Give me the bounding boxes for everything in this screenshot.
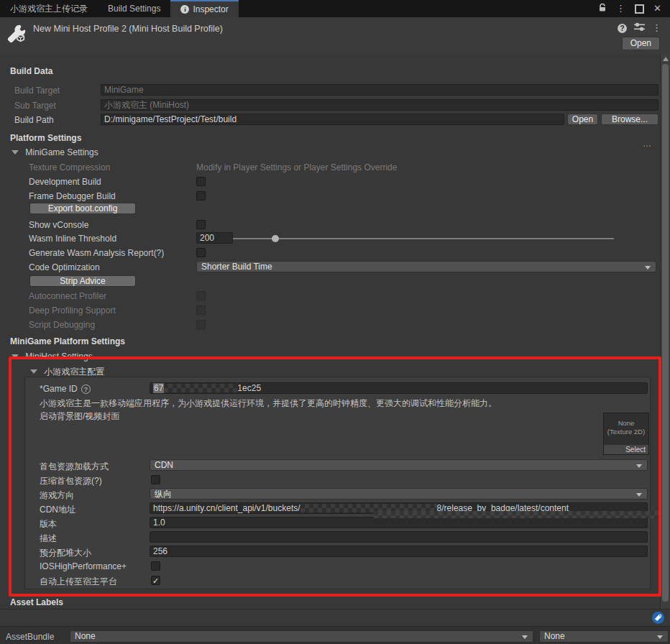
foldout-arrow-icon xyxy=(12,150,19,155)
help-icon[interactable]: ? xyxy=(618,24,627,33)
compress-first-pack-checkbox[interactable] xyxy=(151,475,160,484)
scroll-up-icon[interactable] xyxy=(663,57,669,61)
build-data-header: Build Data xyxy=(10,66,52,76)
asset-label-tag-icon[interactable] xyxy=(652,612,664,624)
minigame-settings-foldout[interactable]: MiniGame Settings xyxy=(0,145,658,160)
presets-icon[interactable] xyxy=(634,22,645,34)
show-vconsole-label: Show vConsole xyxy=(29,220,88,230)
development-build-checkbox[interactable] xyxy=(196,177,206,186)
deep-profiling-label: Deep Profiling Support xyxy=(29,305,116,316)
script-debugging-label: Script Debugging xyxy=(29,320,95,330)
open-path-button[interactable]: Open xyxy=(567,114,598,125)
code-optimization-dropdown[interactable]: Shorter Build Time xyxy=(196,261,656,272)
minihost-config-foldout[interactable]: 小游戏宿主配置 xyxy=(0,364,658,378)
chevron-down-icon xyxy=(636,464,642,468)
minihost-settings-foldout[interactable]: MiniHost Settings xyxy=(0,349,658,364)
open-profile-button[interactable]: Open xyxy=(622,37,660,50)
scrollbar-thumb[interactable] xyxy=(662,64,669,602)
slider-thumb[interactable] xyxy=(272,235,279,242)
dropdown-value: Shorter Build Time xyxy=(201,262,272,272)
wasm-inline-threshold-row: Wasm Inline Threshold 200 xyxy=(0,231,658,246)
launch-bg-texture-well[interactable]: None (Texture 2D) Select xyxy=(603,413,649,455)
asset-title: New Mini Host Profile 2 (Mini Host Build… xyxy=(33,24,223,34)
code-optimization-label: Code Optimization xyxy=(29,262,100,272)
auto-upload-row: 自动上传至宿主平台 ✓ xyxy=(25,574,650,588)
foldout-label: 小游戏宿主配置 xyxy=(44,367,104,377)
assetbundle-row: AssetBundle None None xyxy=(0,630,670,644)
show-vconsole-checkbox[interactable] xyxy=(196,220,206,229)
strip-advice-button[interactable]: Strip Advice xyxy=(29,275,136,287)
divider xyxy=(0,609,670,610)
foldout-arrow-icon xyxy=(12,354,19,359)
vertical-scrollbar[interactable] xyxy=(660,54,670,609)
development-build-label: Development Build xyxy=(29,177,101,187)
foldout-label: MiniGame Settings xyxy=(25,147,98,157)
export-boot-config-row: Export boot.config xyxy=(0,202,658,216)
deep-profiling-row: Deep Profiling Support xyxy=(0,303,658,318)
dropdown-value: None xyxy=(75,631,96,641)
texture-compression-value: Modify in Player Settings or Player Sett… xyxy=(196,162,397,172)
build-path-label: Build Path xyxy=(14,115,54,125)
version-label: 版本 xyxy=(40,518,57,530)
orientation-dropdown[interactable]: 纵向 xyxy=(150,488,648,500)
build-path-input[interactable]: D:/minigame/TestProject/Test/build xyxy=(101,114,564,125)
first-pack-load-row: 首包资源加载方式 CDN xyxy=(25,459,650,473)
prealloc-heap-row: 预分配堆大小 256 xyxy=(25,545,650,559)
generate-wasm-report-checkbox[interactable] xyxy=(196,248,206,257)
launch-bg-label: 启动背景图/视频封面 xyxy=(40,410,119,423)
sub-target-label: Sub Target xyxy=(14,101,56,111)
tab-build-settings[interactable]: Build Settings xyxy=(98,0,170,17)
orientation-row: 游戏方向 纵向 xyxy=(25,487,650,502)
tab-minihost-upload-records[interactable]: 小游戏宿主上传记录 xyxy=(0,0,98,17)
window-controls: ⋮ ✕ xyxy=(598,0,670,17)
minigame-platform-settings-header: MiniGame Platform Settings xyxy=(10,336,125,346)
maximize-icon[interactable] xyxy=(635,4,644,14)
auto-upload-checkbox[interactable]: ✓ xyxy=(151,576,160,585)
texture-compression-row: Texture Compression Modify in Player Set… xyxy=(0,160,658,175)
tab-label: Build Settings xyxy=(108,4,160,14)
chevron-down-icon xyxy=(657,635,663,639)
chevron-down-icon xyxy=(522,635,528,639)
texture-select-button[interactable]: Select xyxy=(604,445,648,454)
context-menu-icon[interactable]: ⋮ xyxy=(652,23,661,33)
script-debugging-row: Script Debugging xyxy=(0,318,658,332)
minihost-config-box: *Game ID ? 671ec25 小游戏宿主是一款移动端应用程序，为小游戏提… xyxy=(24,377,651,589)
wasm-threshold-slider[interactable] xyxy=(197,238,614,239)
cdn-url-prefix: https://a.unity.cn/client_api/v1/buckets… xyxy=(153,503,300,513)
inspector-content: Build Data Build Target MiniGame Sub Tar… xyxy=(0,54,670,644)
unlock-icon[interactable] xyxy=(598,3,607,14)
prealloc-heap-input[interactable]: 256 xyxy=(150,546,648,557)
auto-upload-label: 自动上传至宿主平台 xyxy=(40,576,117,588)
description-input[interactable] xyxy=(150,531,648,543)
sub-target-row: Sub Target 小游戏宿主 (MiniHost) xyxy=(0,98,658,113)
frame-debugger-checkbox[interactable] xyxy=(196,191,206,201)
chevron-down-icon xyxy=(636,493,642,497)
assetbundle-dropdown[interactable]: None xyxy=(70,630,533,643)
info-icon: i xyxy=(180,5,189,14)
game-id-input[interactable]: 671ec25 xyxy=(150,382,648,394)
cdn-address-label: CDN地址 xyxy=(40,504,75,516)
chevron-down-icon xyxy=(645,266,651,270)
first-pack-load-dropdown[interactable]: CDN xyxy=(150,459,648,471)
version-input[interactable]: 1.0 xyxy=(150,517,648,528)
assetbundle-variant-dropdown[interactable]: None xyxy=(539,630,669,643)
window-titlebar: 小游戏宿主上传记录 Build Settings i Inspector ⋮ ✕ xyxy=(0,0,670,17)
header-icons: ? ⋮ xyxy=(618,22,661,34)
export-boot-config-button[interactable]: Export boot.config xyxy=(29,203,136,214)
dropdown-value: 纵向 xyxy=(155,489,172,499)
game-id-prefix: 67 xyxy=(153,383,164,393)
close-icon[interactable]: ✕ xyxy=(653,0,661,17)
browse-button[interactable]: Browse... xyxy=(601,114,658,125)
compress-first-pack-row: 压缩首包资源(?) xyxy=(25,473,650,487)
censored-block xyxy=(164,384,237,392)
window-menu-icon[interactable]: ⋮ xyxy=(616,0,625,17)
strip-advice-row: Strip Advice xyxy=(0,275,658,289)
build-path-row: Build Path D:/minigame/TestProject/Test/… xyxy=(0,113,658,127)
foldout-label: MiniHost Settings xyxy=(25,351,92,362)
development-build-row: Development Build xyxy=(0,175,658,189)
generate-wasm-report-label: Generate Wasm Analysis Report(?) xyxy=(29,248,164,258)
tab-inspector[interactable]: i Inspector xyxy=(170,0,238,17)
wasm-threshold-value[interactable]: 200 xyxy=(196,232,233,244)
ios-high-performance-checkbox[interactable] xyxy=(151,561,160,571)
game-id-suffix: 1ec25 xyxy=(237,383,261,393)
